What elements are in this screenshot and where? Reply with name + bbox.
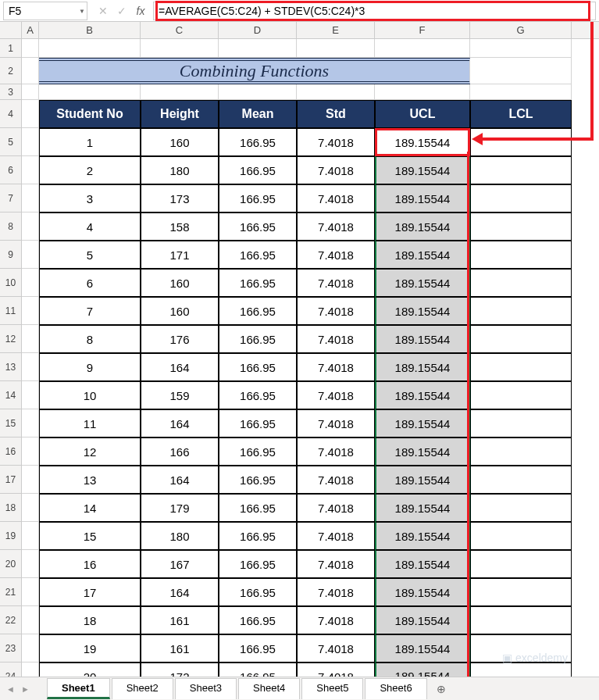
cell-std[interactable]: 7.4018 <box>297 634 375 662</box>
cell-ucl[interactable]: 189.15544 <box>375 381 470 409</box>
tab-prev-icon[interactable]: ◄ <box>6 684 15 694</box>
cell-mean[interactable]: 166.95 <box>219 156 297 184</box>
cell[interactable] <box>22 58 39 84</box>
cell-ucl[interactable]: 189.15544 <box>375 550 470 578</box>
header-height[interactable]: Height <box>141 100 219 128</box>
cell-ucl[interactable]: 189.15544 <box>375 156 470 184</box>
cell-std[interactable]: 7.4018 <box>297 522 375 550</box>
cell-mean[interactable]: 166.95 <box>219 128 297 156</box>
col-header-D[interactable]: D <box>219 22 297 38</box>
row-header-2[interactable]: 2 <box>0 58 22 84</box>
cell-lcl[interactable] <box>470 212 572 241</box>
cell-ucl[interactable]: 189.15544 <box>375 353 470 381</box>
cell-height[interactable]: 171 <box>141 241 219 269</box>
row-header-22[interactable]: 22 <box>0 606 22 634</box>
cell-student[interactable]: 6 <box>39 269 141 297</box>
cell-mean[interactable]: 166.95 <box>219 381 297 409</box>
cell-height[interactable]: 160 <box>141 269 219 297</box>
cell-student[interactable]: 1 <box>39 128 141 156</box>
cell-student[interactable]: 4 <box>39 212 141 241</box>
cell-std[interactable]: 7.4018 <box>297 550 375 578</box>
cell-mean[interactable]: 166.95 <box>219 297 297 325</box>
cell-std[interactable]: 7.4018 <box>297 353 375 381</box>
cell-mean[interactable]: 166.95 <box>219 466 297 494</box>
cell-ucl[interactable]: 189.15544 <box>375 184 470 212</box>
cell-lcl[interactable] <box>470 269 572 297</box>
cell-height[interactable]: 180 <box>141 156 219 184</box>
col-header-B[interactable]: B <box>39 22 141 38</box>
cell[interactable] <box>22 84 39 100</box>
row-header-11[interactable]: 11 <box>0 297 22 325</box>
cell-height[interactable]: 158 <box>141 212 219 241</box>
cell-height[interactable]: 164 <box>141 409 219 438</box>
cell-height[interactable]: 179 <box>141 494 219 522</box>
cell-ucl[interactable]: 189.15544 <box>375 297 470 325</box>
sheet-tab-sheet4[interactable]: Sheet4 <box>238 678 300 699</box>
cell[interactable] <box>470 39 572 58</box>
row-header-9[interactable]: 9 <box>0 241 22 269</box>
cell-lcl[interactable] <box>470 381 572 409</box>
cell-student[interactable]: 13 <box>39 466 141 494</box>
cell-std[interactable]: 7.4018 <box>297 325 375 353</box>
cell-std[interactable]: 7.4018 <box>297 438 375 466</box>
cell-mean[interactable]: 166.95 <box>219 578 297 606</box>
cell[interactable] <box>141 39 219 58</box>
cell-height[interactable]: 166 <box>141 438 219 466</box>
cell-mean[interactable]: 166.95 <box>219 269 297 297</box>
cell-std[interactable]: 7.4018 <box>297 606 375 634</box>
cell-student[interactable]: 11 <box>39 409 141 438</box>
cell[interactable] <box>22 466 39 494</box>
sheet-tab-sheet3[interactable]: Sheet3 <box>175 678 237 699</box>
cell-ucl[interactable]: 189.15544 <box>375 438 470 466</box>
cell[interactable] <box>22 184 39 212</box>
row-header-21[interactable]: 21 <box>0 578 22 606</box>
cell-ucl[interactable]: 189.15544 <box>375 494 470 522</box>
cell-lcl[interactable] <box>470 325 572 353</box>
cell-lcl[interactable] <box>470 438 572 466</box>
cell[interactable] <box>22 100 39 128</box>
cell-height[interactable]: 164 <box>141 466 219 494</box>
row-header-12[interactable]: 12 <box>0 325 22 353</box>
cell[interactable] <box>22 634 39 662</box>
cell-mean[interactable]: 166.95 <box>219 550 297 578</box>
col-header-G[interactable]: G <box>470 22 572 38</box>
cell-lcl[interactable] <box>470 550 572 578</box>
col-header-E[interactable]: E <box>297 22 375 38</box>
header-std[interactable]: Std <box>297 100 375 128</box>
row-header-4[interactable]: 4 <box>0 100 22 128</box>
header-lcl[interactable]: LCL <box>470 100 572 128</box>
cell-lcl[interactable] <box>470 353 572 381</box>
cell-mean[interactable]: 166.95 <box>219 522 297 550</box>
row-header-20[interactable]: 20 <box>0 550 22 578</box>
cell-mean[interactable]: 166.95 <box>219 606 297 634</box>
cell-std[interactable]: 7.4018 <box>297 269 375 297</box>
row-header-13[interactable]: 13 <box>0 353 22 381</box>
cell-student[interactable]: 8 <box>39 325 141 353</box>
cell-height[interactable]: 167 <box>141 550 219 578</box>
cell[interactable] <box>39 84 141 100</box>
tab-next-icon[interactable]: ► <box>21 684 30 694</box>
row-header-10[interactable]: 10 <box>0 269 22 297</box>
row-header-1[interactable]: 1 <box>0 39 22 58</box>
cell[interactable] <box>297 84 375 100</box>
cell-mean[interactable]: 166.95 <box>219 438 297 466</box>
row-header-15[interactable]: 15 <box>0 409 22 438</box>
cell[interactable] <box>22 381 39 409</box>
row-header-5[interactable]: 5 <box>0 128 22 156</box>
cell[interactable] <box>219 84 297 100</box>
cell-lcl[interactable] <box>470 156 572 184</box>
row-header-3[interactable]: 3 <box>0 84 22 100</box>
cell[interactable] <box>470 84 572 100</box>
cell-std[interactable]: 7.4018 <box>297 241 375 269</box>
cell-mean[interactable]: 166.95 <box>219 409 297 438</box>
cell-std[interactable]: 7.4018 <box>297 184 375 212</box>
cell-lcl[interactable] <box>470 297 572 325</box>
cell[interactable] <box>219 39 297 58</box>
cell-lcl[interactable] <box>470 128 572 156</box>
cell[interactable] <box>22 212 39 241</box>
cancel-icon[interactable]: ✕ <box>95 5 111 17</box>
cell[interactable] <box>22 353 39 381</box>
header-ucl[interactable]: UCL <box>375 100 470 128</box>
col-header-C[interactable]: C <box>141 22 219 38</box>
cell-height[interactable]: 176 <box>141 325 219 353</box>
